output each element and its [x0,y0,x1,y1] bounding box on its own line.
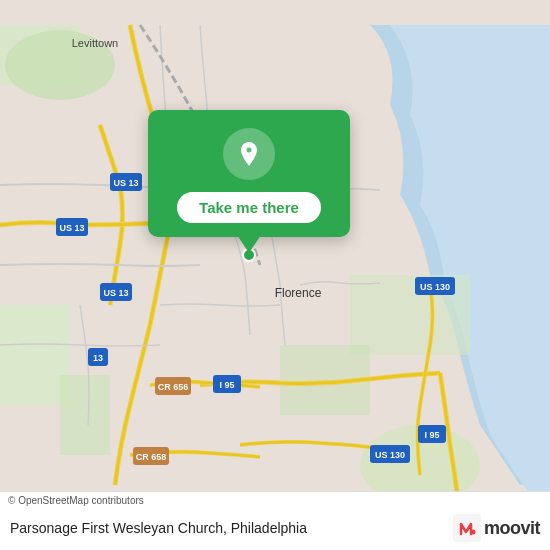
map-container: US 13 US 13 US 13 13 I 95 I 95 US 130 US… [0,0,550,550]
copyright-line: © OpenStreetMap contributors [0,491,550,507]
svg-text:US 13: US 13 [113,178,138,188]
location-icon-circle [223,128,275,180]
location-name-bar: Parsonage First Wesleyan Church, Philade… [0,507,550,550]
location-name-text: Parsonage First Wesleyan Church, Philade… [10,520,445,536]
svg-text:Levittown: Levittown [72,37,118,49]
take-me-there-button[interactable]: Take me there [177,192,321,223]
svg-text:US 130: US 130 [420,282,450,292]
moovit-icon [453,514,481,542]
svg-text:CR 658: CR 658 [136,452,167,462]
svg-point-32 [470,530,475,535]
copyright-text: © OpenStreetMap contributors [8,495,144,506]
svg-text:US 13: US 13 [103,288,128,298]
map-background: US 13 US 13 US 13 13 I 95 I 95 US 130 US… [0,0,550,550]
moovit-text: moovit [484,518,540,539]
svg-rect-7 [60,375,110,455]
svg-text:US 13: US 13 [59,223,84,233]
svg-rect-6 [0,305,70,405]
location-pin-icon [235,140,263,168]
moovit-logo: moovit [453,514,540,542]
svg-text:CR 656: CR 656 [158,382,189,392]
svg-text:13: 13 [93,353,103,363]
svg-text:US 130: US 130 [375,450,405,460]
svg-text:Florence: Florence [275,286,322,300]
svg-rect-31 [453,514,481,542]
popup-card: Take me there [148,110,350,237]
bottom-bar: © OpenStreetMap contributors Parsonage F… [0,491,550,550]
svg-text:I 95: I 95 [424,430,439,440]
svg-text:I 95: I 95 [219,380,234,390]
